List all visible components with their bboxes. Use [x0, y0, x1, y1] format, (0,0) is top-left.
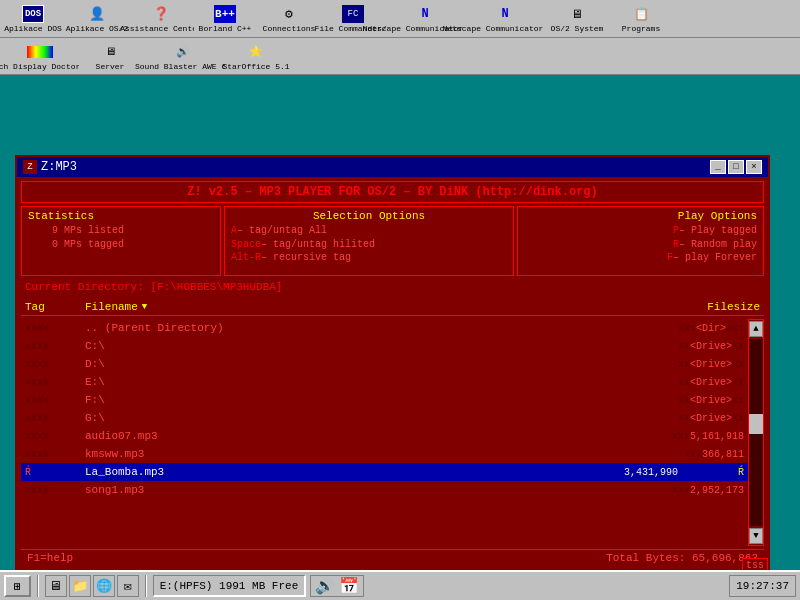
- quicklaunch-icon-4[interactable]: ✉: [117, 575, 139, 597]
- list-item[interactable]: xxxx D:\ xx<Drive>xx: [21, 355, 748, 373]
- list-item[interactable]: xxxx kmsww.mp3 xxx366,811: [21, 445, 748, 463]
- taskbar-icon-soundblaster[interactable]: 🔊 Sound Blaster AWE 64: [143, 39, 223, 73]
- list-item[interactable]: xxxx C:\ xx<Drive>xx: [21, 337, 748, 355]
- taskbar-icon-scitech[interactable]: SciTech Display Doctor 7.03: [2, 39, 77, 73]
- connections-label: Connections: [263, 25, 316, 34]
- mp3-stats-box: Statistics xxxx9 MPs listed xxxx0 MPs ta…: [21, 206, 221, 276]
- scitech-icon-img: [29, 41, 51, 63]
- mp3-list-header: Tag Filename ▼ Filesize: [21, 298, 764, 316]
- list-item[interactable]: xxxx F:\ xx<Drive>xx: [21, 391, 748, 409]
- list-item-selected[interactable]: Ŕ La_Bomba.mp3 3,431,990 Ŕ: [21, 463, 748, 481]
- taskbar-icon-programs[interactable]: 📋 Programs: [610, 2, 672, 36]
- selection-title: Selection Options: [231, 210, 507, 222]
- scrollbar-thumb: [749, 414, 763, 434]
- taskbar-icon-netscape461[interactable]: N Netscape Communicator 4.61: [466, 2, 544, 36]
- os2apps-icon-img: 👤: [86, 3, 108, 25]
- mp3-window-icon: Z: [23, 160, 37, 174]
- dos-icon-label: Aplikace DOS: [4, 25, 62, 34]
- stats-title: Statistics: [28, 210, 214, 222]
- scrollbar-up-button[interactable]: ▲: [749, 321, 763, 337]
- tray-icon-calendar: 📅: [339, 576, 359, 596]
- col-filename-header: Filename ▼: [85, 301, 640, 313]
- netscape404-icon-img: N: [414, 3, 436, 25]
- titlebar-buttons: _ □ ×: [710, 160, 762, 174]
- play-line-p: P– Play tagged: [524, 224, 757, 238]
- list-item[interactable]: xxxx .. (Parent Directory) xxx<Dir>xxx: [21, 319, 748, 337]
- list-item[interactable]: xxxx G:\ xx<Drive>xx: [21, 409, 748, 427]
- scrollbar-track[interactable]: [749, 339, 763, 526]
- system-clock: 19:27:37: [729, 575, 796, 597]
- dos-icon-img: DOS: [22, 3, 44, 25]
- stats-listed: xxxx9 MPs listed: [28, 224, 214, 238]
- list-item[interactable]: xxxx E:\ xx<Drive>xx: [21, 373, 748, 391]
- taskbar-top: DOS Aplikace DOS 👤 Aplikace OS/2 ❓ Assis…: [0, 0, 800, 75]
- assistance-label: Assistance Center: [120, 25, 202, 34]
- taskbar-row2: SciTech Display Doctor 7.03 🖥 Server 🔊 S…: [0, 38, 800, 74]
- close-button[interactable]: ×: [746, 160, 762, 174]
- borland-icon-img: B++: [214, 3, 236, 25]
- stats-tagged: xxxx0 MPs tagged: [28, 238, 214, 252]
- windows-icon: ⊞: [14, 580, 21, 593]
- taskbar-icon-os2apps[interactable]: 👤 Aplikace OS/2: [66, 2, 128, 36]
- mp3-window-title: Z:MP3: [41, 160, 77, 174]
- os2system-label: OS/2 System: [551, 25, 604, 34]
- start-button[interactable]: ⊞: [4, 575, 31, 597]
- quicklaunch-icon-3[interactable]: 🌐: [93, 575, 115, 597]
- programs-label: Programs: [622, 25, 660, 34]
- os2system-icon-img: 🖥: [566, 3, 588, 25]
- taskbar-running-app[interactable]: E:(HPFS) 1991 MB Free: [153, 575, 307, 597]
- scrollbar-down-button[interactable]: ▼: [749, 528, 763, 544]
- system-tray: 🔊 📅: [310, 575, 364, 597]
- programs-icon-img: 📋: [630, 3, 652, 25]
- mp3-file-list: xxxx .. (Parent Directory) xxx<Dir>xxx x…: [21, 319, 748, 546]
- filecommander-icon-img: FC: [342, 3, 364, 25]
- col-filesize-header: Filesize: [640, 301, 760, 313]
- mp3-statusbar: F1=help Total Bytes: 65,696,863: [21, 549, 764, 569]
- filename-sort-arrow[interactable]: ▼: [142, 302, 147, 312]
- taskbar-icon-connections[interactable]: ⚙ Connections: [258, 2, 320, 36]
- assistance-icon-img: ❓: [150, 3, 172, 25]
- taskbar-icon-server[interactable]: 🖥 Server: [79, 39, 141, 73]
- selection-line-altr: Alt-R– recursive tag: [231, 251, 507, 265]
- taskbar-icon-dos[interactable]: DOS Aplikace DOS: [2, 2, 64, 36]
- desktop: Z Z:MP3 _ □ × Z! v2.5 – MP3 PLAYER FOR O…: [0, 75, 800, 570]
- tray-icon-volume: 🔊: [315, 576, 335, 596]
- status-help: F1=help: [27, 552, 73, 567]
- taskbar-icon-os2system[interactable]: 🖥 OS/2 System: [546, 2, 608, 36]
- mp3-header: Z! v2.5 – MP3 PLAYER FOR OS/2 – BY DiNK …: [21, 181, 764, 203]
- col-tag-header: Tag: [25, 301, 85, 313]
- selection-line-a: A– tag/untag All: [231, 224, 507, 238]
- mp3-list-area: xxxx .. (Parent Directory) xxx<Dir>xxx x…: [21, 319, 764, 546]
- mp3-selection-box: Selection Options A– tag/untag All Space…: [224, 206, 514, 276]
- server-icon-img: 🖥: [99, 41, 121, 63]
- status-total-bytes: Total Bytes: 65,696,863: [606, 552, 758, 567]
- taskbar-icon-assistance[interactable]: ❓ Assistance Center: [130, 2, 192, 36]
- quick-launch: 🖥 📁 🌐 ✉: [45, 575, 139, 597]
- taskbar-icon-borland[interactable]: B++ Borland C++: [194, 2, 256, 36]
- quicklaunch-icon-2[interactable]: 📁: [69, 575, 91, 597]
- netscape461-icon-img: N: [494, 3, 516, 25]
- quicklaunch-icon-1[interactable]: 🖥: [45, 575, 67, 597]
- mp3-scrollbar: ▲ ▼: [748, 319, 764, 546]
- maximize-button[interactable]: □: [728, 160, 744, 174]
- soundblaster-icon-img: 🔊: [172, 41, 194, 63]
- play-options-title: Play Options: [524, 210, 757, 222]
- selection-line-space: Space– tag/untag hilited: [231, 238, 507, 252]
- taskbar-icon-staroffice[interactable]: ⭐ StarOffice 5.1: [225, 39, 287, 73]
- mp3-body: Z! v2.5 – MP3 PLAYER FOR OS/2 – BY DiNK …: [17, 177, 768, 573]
- taskbar-sep2: [145, 575, 147, 597]
- list-item[interactable]: xxxx song1.mp3 xxx2,952,173: [21, 481, 748, 499]
- minimize-button[interactable]: _: [710, 160, 726, 174]
- mp3-curdir: Current Directory: [F:\HOBBES\MP3HUDBA]: [21, 279, 764, 295]
- taskbar-separator: [37, 575, 39, 597]
- mp3-options-row: Statistics xxxx9 MPs listed xxxx0 MPs ta…: [21, 206, 764, 276]
- titlebar-left: Z Z:MP3: [23, 160, 77, 174]
- soundblaster-label: Sound Blaster AWE 64: [135, 63, 231, 72]
- taskbar-bottom: ⊞ 🖥 📁 🌐 ✉ E:(HPFS) 1991 MB Free 🔊 📅 19:2…: [0, 570, 800, 600]
- taskbar-row1: DOS Aplikace DOS 👤 Aplikace OS/2 ❓ Assis…: [0, 0, 800, 38]
- list-item[interactable]: xxxx audio07.mp3 xxx5,161,918: [21, 427, 748, 445]
- play-line-r: R– Random play: [524, 238, 757, 252]
- mp3-titlebar: Z Z:MP3 _ □ ×: [17, 157, 768, 177]
- staroffice-icon-img: ⭐: [245, 41, 267, 63]
- borland-label: Borland C++: [199, 25, 252, 34]
